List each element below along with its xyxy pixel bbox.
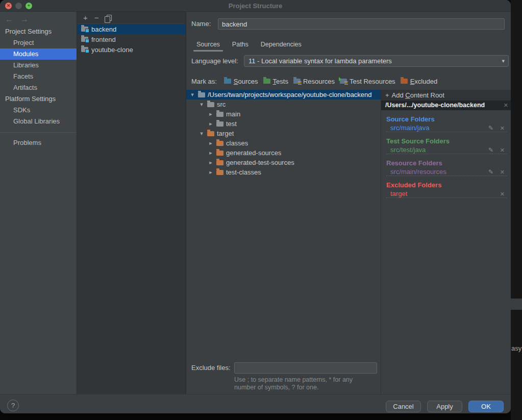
close-icon[interactable]: ✕ <box>500 124 505 133</box>
cancel-button[interactable]: Cancel <box>386 401 421 412</box>
title-bar[interactable]: ✕ + Project Structure <box>0 0 511 12</box>
chevron-right-icon[interactable]: ▸ <box>208 159 214 166</box>
language-level-label: Language level: <box>191 55 238 67</box>
folder-entry[interactable]: src/test/java ✎ ✕ <box>386 145 507 154</box>
tree-row-generated-test-sources[interactable]: ▸ generated-test-sources <box>186 158 381 167</box>
folder-entry[interactable]: src/main/java ✎ ✕ <box>386 123 507 132</box>
content-root-path: /Users/.../youtube-clone/backend <box>385 102 485 109</box>
tree-label: main <box>226 110 240 118</box>
dialog-footer: ? Cancel Apply OK <box>0 394 511 413</box>
group-title: Source Folders <box>386 115 507 123</box>
add-module-icon[interactable]: + <box>83 12 88 24</box>
apply-button[interactable]: Apply <box>427 401 462 412</box>
mark-resources-button[interactable]: Resources <box>293 78 335 85</box>
folder-path: src/main/java <box>390 124 430 132</box>
edit-icon[interactable]: ✎ <box>488 124 493 133</box>
chevron-down-icon[interactable]: ▾ <box>189 91 195 98</box>
exclude-files-label: Exclude files: <box>191 362 231 374</box>
window-title: Project Structure <box>0 0 511 12</box>
exclude-files-hint: Use ; to separate name patterns, * for a… <box>234 376 353 391</box>
folder-path: src/main/resources <box>390 168 446 176</box>
module-icon <box>81 27 88 32</box>
sidebar-item-libraries[interactable]: Libraries <box>0 60 77 71</box>
folder-icon <box>216 112 223 117</box>
module-name: youtube-clone <box>91 46 133 54</box>
remove-module-icon[interactable]: − <box>94 12 99 24</box>
tab-dependencies[interactable]: Dependencies <box>261 38 302 51</box>
tree-row-src[interactable]: ▾ src <box>186 100 381 109</box>
tree-row-classes[interactable]: ▸ classes <box>186 138 381 148</box>
close-icon[interactable]: ✕ <box>500 146 505 155</box>
tree-row-generated-sources[interactable]: ▸ generated-sources <box>186 148 381 158</box>
folder-icon <box>216 141 223 146</box>
chevron-right-icon[interactable]: ▸ <box>208 120 214 127</box>
module-row-frontend[interactable]: frontend <box>77 34 186 44</box>
module-icon <box>81 47 88 52</box>
sidebar-item-modules[interactable]: Modules <box>0 48 77 60</box>
ok-button[interactable]: OK <box>468 401 504 412</box>
chevron-down-icon: ▾ <box>502 56 505 66</box>
tree-label: classes <box>226 139 248 147</box>
folder-icon <box>216 160 223 165</box>
test-folder-icon <box>263 79 270 84</box>
module-name-input[interactable] <box>218 18 505 30</box>
copy-module-icon[interactable] <box>107 15 112 21</box>
sidebar-item-project[interactable]: Project <box>0 37 77 48</box>
module-row-backend[interactable]: backend <box>77 24 186 34</box>
plus-icon: + <box>385 91 389 99</box>
edit-icon[interactable]: ✎ <box>488 168 493 177</box>
module-list-panel: + − backend frontend youtube-clone <box>77 12 186 394</box>
group-title: Resource Folders <box>386 159 507 167</box>
tree-row-main[interactable]: ▸ main <box>186 109 381 119</box>
tree-label: src <box>217 101 226 108</box>
chevron-down-icon[interactable]: ▾ <box>198 101 205 108</box>
language-level-dropdown[interactable]: 11 - Local variable syntax for lambda pa… <box>244 55 509 67</box>
tab-sources[interactable]: Sources <box>196 38 220 51</box>
background-window-element <box>511 299 522 310</box>
content-root-header[interactable]: /Users/.../youtube-clone/backend ✕ <box>381 101 511 110</box>
module-detail-panel: Name: Sources Paths Dependencies Languag… <box>186 12 511 394</box>
tree-row-test[interactable]: ▸ test <box>186 119 381 129</box>
tree-row-test-classes[interactable]: ▸ test-classes <box>186 167 381 177</box>
close-icon[interactable]: ✕ <box>500 168 505 177</box>
project-structure-dialog: ✕ + Project Structure ←→ Project Setting… <box>0 0 511 413</box>
test-resources-folder-icon <box>340 79 347 84</box>
chevron-right-icon[interactable]: ▸ <box>208 111 214 117</box>
sidebar-item-facets[interactable]: Facets <box>0 71 77 82</box>
sidebar-item-global-libraries[interactable]: Global Libraries <box>0 116 77 127</box>
chevron-right-icon[interactable]: ▸ <box>208 140 214 146</box>
folder-icon <box>216 121 223 127</box>
sidebar-item-problems[interactable]: Problems <box>0 137 77 149</box>
sidebar-item-sdks[interactable]: SDKs <box>0 105 77 116</box>
chevron-down-icon[interactable]: ▾ <box>198 130 205 137</box>
edit-icon[interactable]: ✎ <box>488 146 493 155</box>
mark-excluded-button[interactable]: Excluded <box>401 78 437 85</box>
forward-icon[interactable]: → <box>20 15 36 23</box>
sidebar-nav: Project Settings Project Modules Librari… <box>0 26 77 149</box>
close-icon[interactable]: ✕ <box>500 190 505 199</box>
chevron-right-icon[interactable]: ▸ <box>208 150 214 156</box>
mark-sources-button[interactable]: Sources <box>224 78 258 85</box>
tree-row-root[interactable]: ▾ /Users/twan/projects/workspace/youtube… <box>186 90 381 100</box>
mark-tests-button[interactable]: Tests <box>263 78 288 85</box>
folder-entry[interactable]: target ✕ <box>386 189 507 198</box>
group-title: Excluded Folders <box>386 181 507 189</box>
back-icon[interactable]: ← <box>5 15 20 23</box>
settings-sidebar: ←→ Project Settings Project Modules Libr… <box>0 12 77 394</box>
sidebar-item-artifacts[interactable]: Artifacts <box>0 82 77 93</box>
folder-entry[interactable]: src/main/resources ✎ ✕ <box>386 167 507 176</box>
add-content-root-button[interactable]: +Add Content Root <box>381 90 511 101</box>
mark-test-resources-button[interactable]: Test Resources <box>340 78 395 85</box>
close-icon[interactable]: ✕ <box>504 101 508 110</box>
background-window-strip <box>511 0 522 420</box>
module-row-youtube-clone[interactable]: youtube-clone <box>77 44 186 55</box>
tree-row-target[interactable]: ▾ target <box>186 129 381 138</box>
chevron-right-icon[interactable]: ▸ <box>208 169 214 176</box>
help-button[interactable]: ? <box>7 400 19 411</box>
module-name: backend <box>91 26 116 33</box>
test-source-folders-group: Test Source Folders src/test/java ✎ ✕ <box>386 137 507 154</box>
tab-paths[interactable]: Paths <box>232 38 248 51</box>
exclude-files-input[interactable] <box>234 362 377 374</box>
module-toolbar: + − <box>77 12 186 24</box>
resource-folders-group: Resource Folders src/main/resources ✎ ✕ <box>386 159 507 176</box>
